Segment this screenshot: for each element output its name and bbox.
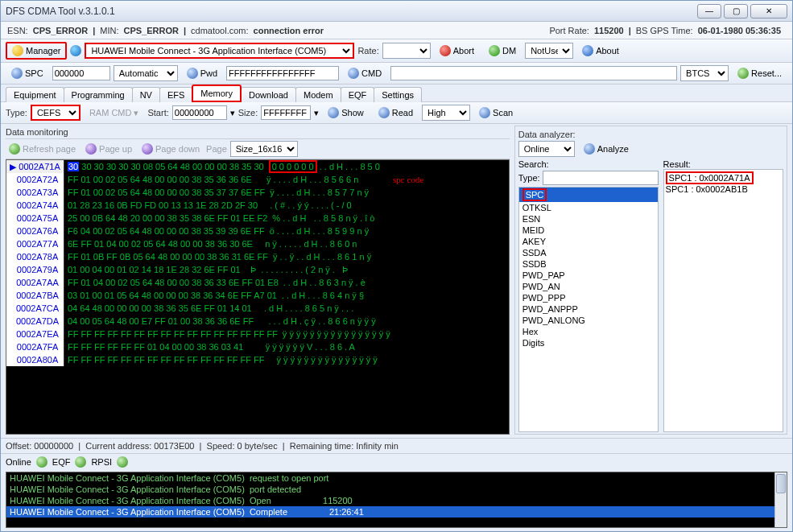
hex-row[interactable]: 0002A7BA03 01 00 01 05 64 48 00 00 00 38…: [6, 289, 509, 302]
log-row[interactable]: HUAWEI Mobile Connect - 3G Application I…: [6, 472, 787, 484]
search-item[interactable]: Digits: [519, 337, 658, 348]
hex-bytes: 30 30 30 30 30 30 08 05 64 48 00 00 00 3…: [64, 160, 267, 173]
hex-addr: 0002A7CA: [6, 302, 64, 315]
arrow-icon: [11, 68, 23, 79]
hex-bytes: FF FF FF FF FF FF 01 04 00 00 38 36 03 4…: [64, 340, 264, 353]
search-item[interactable]: PWD_ANLONG: [519, 315, 658, 326]
speed-dropdown[interactable]: High: [422, 105, 470, 121]
spc-mode-dropdown[interactable]: Automatic: [114, 65, 178, 81]
hex-row[interactable]: 0002A7EAFF FF FF FF FF FF FF FF FF FF FF…: [6, 328, 509, 340]
minimize-button[interactable]: —: [697, 4, 721, 19]
tab-settings[interactable]: Settings: [374, 87, 422, 102]
device-dropdown[interactable]: HUAWEI Mobile Connect - 3G Application I…: [85, 43, 354, 59]
hex-row[interactable]: 0002A79A01 00 04 00 01 02 14 18 1E 28 32…: [6, 263, 509, 276]
type-dropdown[interactable]: CEFS: [31, 105, 81, 121]
log-panel[interactable]: HUAWEI Mobile Connect - 3G Application I…: [6, 472, 787, 528]
log-scrollbar[interactable]: [774, 472, 787, 527]
result-item[interactable]: SPC1 : 0x0002AB1B: [666, 184, 781, 194]
search-item[interactable]: AKEY: [519, 236, 658, 247]
hex-row[interactable]: 0002A75A25 00 0B 64 48 20 00 00 38 35 38…: [6, 212, 509, 225]
pwd-button[interactable]: Pwd: [181, 65, 223, 81]
scan-icon: [479, 107, 490, 118]
search-item[interactable]: SSDB: [519, 258, 658, 270]
hex-row[interactable]: 0002A7AAFF 01 04 00 02 05 64 48 00 00 38…: [6, 276, 509, 289]
search-item[interactable]: PWD_ANPPP: [519, 303, 658, 315]
target-dropdown[interactable]: BTCS: [680, 65, 729, 81]
esn-value: CPS_ERROR: [33, 26, 88, 35]
search-item[interactable]: SPC: [519, 188, 658, 202]
start-input[interactable]: [172, 105, 227, 120]
result-list[interactable]: SPC1 : 0x0002A71ASPC1 : 0x0002AB1B: [663, 169, 783, 432]
search-item[interactable]: MEID: [519, 225, 658, 236]
size-input[interactable]: [261, 105, 311, 120]
tab-efs[interactable]: EFS: [159, 87, 192, 102]
page-label: Page: [206, 144, 227, 154]
log-row[interactable]: HUAWEI Mobile Connect - 3G Application I…: [6, 495, 787, 506]
hex-row[interactable]: ▶ 0002A71A30 30 30 30 30 30 08 05 64 48 …: [6, 160, 509, 173]
show-button[interactable]: Show: [322, 105, 370, 121]
manager-button[interactable]: Manager: [6, 42, 67, 60]
hex-row[interactable]: 0002A7DA04 00 05 64 48 00 E7 FF 01 00 38…: [6, 315, 509, 328]
tab-modem[interactable]: Modem: [295, 87, 341, 102]
page-down-button[interactable]: Page down: [138, 142, 203, 155]
search-item[interactable]: OTKSL: [519, 202, 658, 213]
about-button[interactable]: About: [576, 43, 625, 59]
dm-mode-dropdown[interactable]: NotUse: [525, 43, 573, 59]
page-up-button[interactable]: Page up: [82, 142, 135, 155]
search-item[interactable]: SSDA: [519, 247, 658, 258]
search-item[interactable]: Hex: [519, 326, 658, 337]
search-type-input[interactable]: [543, 171, 659, 185]
tab-equipment[interactable]: Equipment: [6, 87, 64, 102]
spc-button[interactable]: SPC: [6, 65, 49, 81]
spc-input[interactable]: [52, 66, 110, 80]
page-size-dropdown[interactable]: Size_16x16: [230, 141, 298, 157]
log-row[interactable]: HUAWEI Mobile Connect - 3G Application I…: [6, 484, 787, 495]
ramcmd-button[interactable]: RAM CMD ▾: [84, 105, 145, 121]
analyze-button[interactable]: Analyze: [578, 141, 634, 157]
hex-row[interactable]: 0002A77A6E FF 01 04 00 02 05 64 48 00 00…: [6, 237, 509, 250]
cmd-input[interactable]: [390, 66, 677, 80]
search-item[interactable]: PWD_PAP: [519, 270, 658, 281]
hex-bytes: 6E FF 01 04 00 02 05 64 48 00 00 38 36 3…: [64, 237, 263, 250]
maximize-button[interactable]: ▢: [724, 4, 748, 19]
search-item[interactable]: PWD_PPP: [519, 292, 658, 303]
rate-dropdown[interactable]: [382, 43, 431, 59]
hex-row[interactable]: 0002A76AF6 04 00 02 05 64 48 00 00 00 38…: [6, 225, 509, 237]
refresh-page-button[interactable]: Refresh page: [6, 142, 79, 155]
read-button[interactable]: Read: [373, 105, 419, 121]
analyzer-title: Data analyzer:: [518, 130, 783, 139]
hex-row[interactable]: 0002A7CA04 64 48 00 00 00 00 38 36 35 6E…: [6, 302, 509, 315]
tab-memory[interactable]: Memory: [192, 85, 242, 102]
result-item[interactable]: SPC1 : 0x0002A71A: [666, 171, 781, 184]
close-button[interactable]: ✕: [750, 4, 787, 19]
tab-programming[interactable]: Programming: [64, 87, 133, 102]
hex-row[interactable]: 0002A74A01 28 23 16 0B FD FD 00 13 13 1E…: [6, 199, 509, 212]
main-window: DFS CDMA Tool v.3.1.0.1 — ▢ ✕ ESN: CPS_E…: [0, 0, 793, 532]
tab-eqf[interactable]: EQF: [341, 87, 375, 102]
refresh-icon: [9, 143, 20, 155]
cmd-button[interactable]: CMD: [342, 65, 387, 81]
hex-row[interactable]: 0002A80AFF FF FF FF FF FF FF FF FF FF FF…: [6, 353, 509, 366]
hex-view[interactable]: spc code ▶ 0002A71A30 30 30 30 30 30 08 …: [6, 159, 510, 435]
abort-button[interactable]: Abort: [434, 43, 480, 59]
reset-button[interactable]: Reset...: [732, 65, 787, 81]
search-type-list[interactable]: SPCOTKSLESNMEIDAKEYSSDASSDBPWD_PAPPWD_AN…: [518, 187, 659, 432]
pwd-input[interactable]: [226, 66, 339, 80]
search-item[interactable]: ESN: [519, 213, 658, 225]
scroll-thumb[interactable]: [776, 474, 786, 493]
dm-button[interactable]: DM: [483, 43, 522, 59]
log-row[interactable]: HUAWEI Mobile Connect - 3G Application I…: [6, 506, 787, 518]
tab-nv[interactable]: NV: [132, 87, 160, 102]
hex-row[interactable]: 0002A73AFF 01 00 02 05 64 48 00 00 00 38…: [6, 186, 509, 199]
check-icon: [36, 456, 47, 468]
search-item[interactable]: PWD_AN: [519, 281, 658, 292]
hex-row[interactable]: 0002A78AFF 01 0B FF 0B 05 64 48 00 00 00…: [6, 250, 509, 263]
analyzer-mode-dropdown[interactable]: Online: [518, 141, 575, 157]
hex-addr: ▶ 0002A71A: [6, 160, 64, 173]
hex-row[interactable]: 0002A7FAFF FF FF FF FF FF 01 04 00 00 38…: [6, 340, 509, 353]
tab-download[interactable]: Download: [241, 87, 296, 102]
scan-button[interactable]: Scan: [473, 105, 518, 121]
hex-addr: 0002A72A: [6, 173, 64, 186]
up-icon: [85, 143, 97, 155]
hex-row[interactable]: 0002A72AFF 01 00 02 05 64 48 00 00 00 38…: [6, 173, 509, 186]
